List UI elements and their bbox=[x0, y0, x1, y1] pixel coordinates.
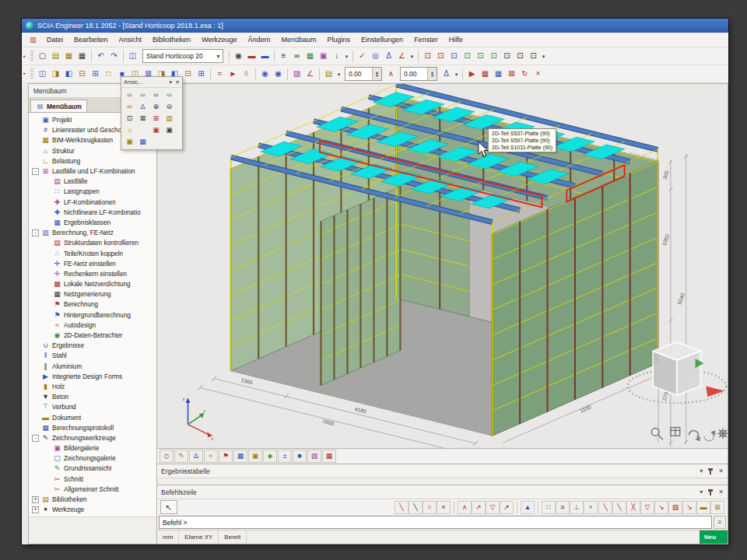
snap-tri-icon[interactable]: ▽ bbox=[486, 501, 500, 514]
view-axo-icon[interactable]: ∞ bbox=[163, 89, 176, 101]
project-combobox[interactable]: Stand Horticoop 20 ▼ bbox=[142, 49, 223, 63]
tree-expander[interactable] bbox=[32, 148, 39, 155]
section-table-icon[interactable]: ▦ bbox=[233, 450, 247, 463]
grid-dots-icon[interactable]: ∷ bbox=[542, 501, 556, 514]
docked-toolbar-icon[interactable]: ▪ bbox=[23, 70, 26, 77]
tree-expander[interactable] bbox=[32, 415, 39, 422]
sidebar-item-lastfaelle[interactable]: ▤ Lastfälle bbox=[32, 177, 156, 187]
sidebar-item-berechnung[interactable]: ⚑ Berechnung bbox=[32, 299, 156, 310]
tree-expander[interactable] bbox=[32, 127, 39, 134]
menu-item[interactable]: Datei bbox=[41, 34, 68, 45]
floating-toolbar-header[interactable]: Ansic... ▼ ✕ bbox=[121, 77, 182, 88]
draw-hatch-icon[interactable]: ▨ bbox=[668, 501, 682, 514]
tree-expander[interactable] bbox=[32, 137, 39, 144]
solid-display-icon[interactable]: ■ bbox=[293, 450, 307, 463]
snap-arc-icon[interactable]: ↗ bbox=[500, 501, 514, 514]
new-project-icon[interactable]: ▢ bbox=[36, 50, 49, 63]
toolbar-grip[interactable] bbox=[30, 68, 33, 80]
snap-green-icon[interactable]: × bbox=[584, 501, 598, 514]
sidebar-item-fe-netz[interactable]: ✛ FE-Netz einstellen bbox=[32, 259, 156, 269]
sidebar-item-zeichnungswerkzeuge[interactable]: - ✎ Zeichnungswerkzeuge bbox=[32, 433, 156, 443]
save-icon[interactable]: ▦ bbox=[75, 50, 89, 63]
snap-line-icon[interactable]: ╲ bbox=[395, 501, 409, 514]
cube-view-icon[interactable] bbox=[671, 428, 680, 436]
tree-expander[interactable] bbox=[44, 209, 51, 216]
beam-view-red-icon[interactable]: ▬ bbox=[245, 50, 258, 63]
roof-angle-icon[interactable]: ∧ bbox=[384, 68, 398, 81]
workspace-panels-icon[interactable]: ◫ bbox=[126, 50, 139, 63]
grid-lines-icon[interactable]: ≡ bbox=[556, 501, 570, 514]
sidebar-item-2d-daten[interactable]: ◉ 2D-Daten-Betrachter bbox=[32, 331, 156, 341]
tree-expander[interactable] bbox=[44, 188, 51, 195]
menu-item[interactable]: Plugins bbox=[322, 34, 356, 45]
close-icon[interactable]: ✕ bbox=[718, 467, 724, 474]
light-icon[interactable]: ☼ bbox=[123, 124, 136, 136]
tree-expander[interactable] bbox=[44, 465, 51, 472]
menu-item[interactable]: Menübaum bbox=[276, 34, 322, 45]
mesh-display-icon[interactable]: ◈ bbox=[263, 450, 277, 463]
tree-expander[interactable] bbox=[44, 312, 51, 319]
command-history-button[interactable]: ≡ bbox=[714, 516, 726, 529]
sidebar-item-ergebnisklassen[interactable]: ▦ Ergebnisklassen bbox=[32, 218, 156, 228]
sidebar-item-teile-knoten[interactable]: ∴ Teile/Knoten koppeln bbox=[32, 248, 156, 258]
chevron-down-icon[interactable]: ▾ bbox=[343, 50, 350, 63]
close-icon[interactable]: ✕ bbox=[175, 79, 180, 86]
spin-arrows[interactable]: ▲▼ bbox=[372, 68, 381, 80]
open-project-icon[interactable]: ▤ bbox=[49, 50, 62, 63]
menu-item[interactable]: Ändern bbox=[242, 34, 275, 45]
tree-expander[interactable] bbox=[32, 342, 39, 349]
chevron-down-icon[interactable]: ▾ bbox=[700, 488, 703, 495]
sidebar-item-netzgenerierung[interactable]: ▦ Netzgenerierung bbox=[32, 289, 156, 299]
grid-display-icon[interactable]: ▦ bbox=[322, 450, 336, 463]
tree-expander[interactable] bbox=[44, 250, 51, 257]
tree-expander[interactable] bbox=[32, 373, 39, 380]
visibility-icon[interactable]: ◉ bbox=[258, 68, 272, 81]
tree-expander[interactable] bbox=[44, 178, 51, 185]
brick-blue-icon[interactable]: ▦ bbox=[492, 68, 505, 81]
table-icon[interactable]: ▦ bbox=[303, 50, 317, 63]
sidebar-item-strukturdaten[interactable]: ▤ Strukturdaten kontrollieren bbox=[32, 238, 156, 248]
erase-icon[interactable]: ◊ bbox=[240, 68, 253, 81]
view-x-icon[interactable]: ∞ bbox=[123, 89, 136, 101]
select-tool-icon[interactable]: ► bbox=[226, 68, 240, 81]
chevron-down-icon[interactable]: ▾ bbox=[700, 467, 703, 474]
view-persp-icon[interactable]: ∞ bbox=[123, 101, 136, 113]
tree-expander[interactable] bbox=[44, 219, 51, 226]
sidebar-item-verbund[interactable]: ⊤ Verbund bbox=[32, 402, 156, 412]
draw-tri-icon[interactable]: ▽ bbox=[640, 501, 654, 514]
undo-icon[interactable]: ↶ bbox=[94, 50, 107, 63]
chevron-down-icon[interactable]: ▾ bbox=[335, 68, 342, 81]
sidebar-item-belastung[interactable]: ∟ Belastung bbox=[32, 156, 156, 166]
beam-view-blue-icon[interactable]: ▬ bbox=[258, 50, 272, 63]
select-cursor-button[interactable]: ↖ bbox=[160, 500, 177, 514]
tree-expander[interactable]: - bbox=[32, 435, 39, 442]
zoom-icon[interactable] bbox=[651, 428, 663, 439]
tree-expander[interactable] bbox=[44, 476, 51, 483]
spacer[interactable] bbox=[136, 124, 149, 136]
zoom-out-icon[interactable]: ⊖ bbox=[163, 101, 176, 113]
tree-expander[interactable] bbox=[32, 404, 39, 411]
scale-icon[interactable]: Δ bbox=[440, 68, 453, 81]
document-zoom-icon[interactable]: ◎ bbox=[369, 50, 382, 63]
view-frame-icon[interactable]: ⊡ bbox=[514, 50, 527, 63]
pin-icon[interactable] bbox=[708, 489, 713, 495]
menu-item[interactable]: Werkzeuge bbox=[196, 34, 242, 45]
sidebar-item-dokument[interactable]: ▬ Dokument bbox=[32, 412, 156, 422]
zoom-selection-icon[interactable]: ⊞ bbox=[149, 113, 163, 124]
tree-expander[interactable] bbox=[44, 322, 51, 329]
sidebar-item-bibliotheken[interactable]: + ▤ Bibliotheken bbox=[32, 495, 156, 505]
status-plane[interactable]: Ebene XY bbox=[179, 530, 219, 544]
sidebar-item-bildergalerie[interactable]: ▣ Bildergalerie bbox=[32, 443, 156, 453]
walk-mode-icon[interactable]: Δ bbox=[136, 101, 149, 113]
view-frame-icon[interactable]: ⊡ bbox=[434, 50, 447, 63]
tree-expander[interactable]: + bbox=[32, 496, 39, 503]
photo-icon[interactable]: ▣ bbox=[163, 124, 176, 136]
render-display-icon[interactable]: ▨ bbox=[307, 450, 321, 463]
section-op-icon[interactable]: ◫ bbox=[36, 68, 49, 81]
sidebar-item-grundrissansicht[interactable]: ✎ Grundrissansicht bbox=[32, 464, 156, 474]
view-y-icon[interactable]: ∞ bbox=[136, 89, 149, 101]
export-icon[interactable]: ↓ bbox=[330, 50, 343, 63]
view-frame-icon[interactable]: ⊡ bbox=[487, 50, 500, 63]
ortho-icon[interactable]: ⊥ bbox=[570, 501, 584, 514]
tree-expander[interactable]: - bbox=[32, 229, 39, 236]
